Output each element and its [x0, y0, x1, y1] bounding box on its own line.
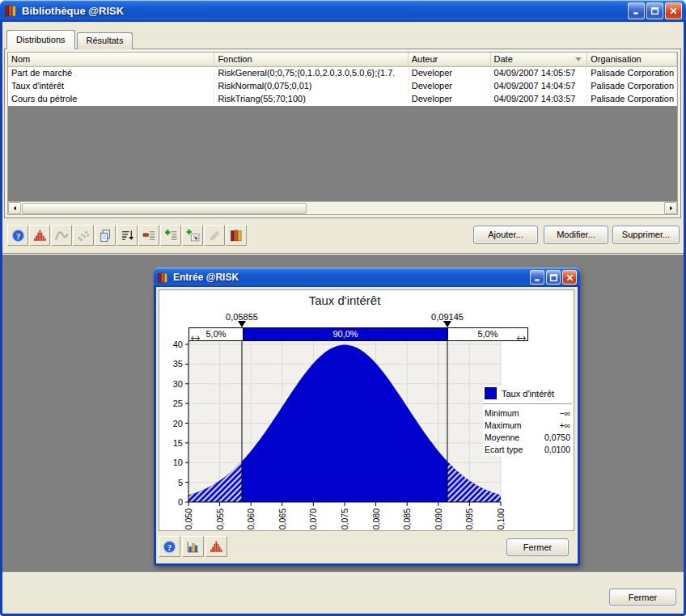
toolbar-button-chart-type[interactable]: [182, 536, 204, 557]
add-button[interactable]: Ajouter...: [473, 226, 538, 244]
cell-date: 04/09/2007 14:05:57: [491, 67, 588, 80]
scroll-left-button[interactable]: [8, 202, 21, 214]
toolbar-button-help[interactable]: ?: [159, 536, 180, 557]
bottom-bar: Fermer: [2, 572, 684, 614]
cell-organisation: Palisade Corporation: [587, 80, 677, 93]
client-area: DistributionsRésultats NomFonctionAuteur…: [2, 22, 684, 614]
x-tick-label: 0,100: [496, 508, 506, 530]
pan-handle-right[interactable]: [517, 331, 526, 338]
tab-distributions[interactable]: Distributions: [6, 30, 75, 49]
library-window: Bibliothèque @RISK DistributionsRésultat…: [0, 0, 686, 616]
modify-button[interactable]: Modifier...: [544, 226, 608, 244]
column-header-auteur[interactable]: Auteur: [409, 53, 491, 67]
y-tick-label: 15: [173, 438, 183, 448]
minimize-button[interactable]: [628, 2, 645, 19]
toolbar-button-help[interactable]: ?: [7, 225, 28, 246]
y-tick-label: 40: [173, 340, 183, 349]
svg-text:?: ?: [167, 542, 172, 551]
stat-label: Moyenne: [485, 432, 519, 444]
column-header-fonction[interactable]: Fonction: [214, 53, 408, 67]
cell-date: 04/09/2007 14:04:57: [491, 80, 588, 93]
tab-résultats[interactable]: Résultats: [77, 32, 133, 49]
main-toolbar: ? Ajouter... Modifier... Supprimer...: [2, 222, 684, 251]
help-icon: ?: [163, 540, 176, 554]
horizontal-scrollbar[interactable]: [8, 201, 677, 214]
input-window-footer: ? Fermer: [156, 534, 578, 563]
edit-icon: [208, 229, 222, 243]
input-close-button[interactable]: Fermer: [506, 538, 569, 556]
input-close-icon[interactable]: [562, 270, 577, 285]
add-to-library-icon: [186, 229, 200, 243]
toolbar-button-fit-curve: [51, 225, 72, 246]
table-row[interactable]: Taux d'intérêtRiskNormal(0,075;0,01)Deve…: [8, 80, 677, 93]
right-delimiter-marker[interactable]: [443, 321, 451, 327]
close-icon[interactable]: [665, 2, 682, 19]
stat-value: 0,0100: [544, 444, 570, 456]
input-titlebar[interactable]: Entrée @RISK: [154, 268, 580, 287]
distributions-tab-panel: NomFonctionAuteurDateOrganisation Part d…: [4, 49, 681, 218]
main-close-button[interactable]: Fermer: [609, 589, 676, 605]
copy-icon: [99, 229, 112, 243]
cell-fonction: RiskTriang(55;70;100): [214, 93, 408, 106]
toolbar-button-histogram[interactable]: [29, 225, 50, 246]
sort-descending-icon: [575, 57, 582, 61]
tab-bar: DistributionsRésultats: [6, 30, 134, 49]
series-color-swatch: [485, 387, 497, 399]
right-tail-percent: 5,0%: [448, 328, 527, 340]
table-body: Part de marchéRiskGeneral(0;0,75;{0,1.0,…: [8, 67, 677, 106]
delimiter-bar: 5,0% 90,0% 5,0%: [188, 327, 528, 341]
y-tick-label: 35: [173, 359, 183, 369]
toolbar-button-add-to-model[interactable]: [160, 225, 181, 246]
x-tick-label: 0,070: [308, 508, 318, 530]
toolbar-button-copy[interactable]: [95, 225, 116, 246]
cell-organisation: Palisade Corporation: [587, 67, 677, 80]
left-delimiter-marker[interactable]: [238, 321, 246, 327]
cell-nom: Part de marché: [8, 67, 214, 80]
middle-percent: 90,0%: [243, 328, 448, 340]
input-window-body: 05101520253035400,0500,0550,0600,0650,07…: [156, 287, 578, 563]
input-window-title: Entrée @RISK: [173, 272, 530, 283]
toolbar-button-remove-from-model[interactable]: [138, 225, 159, 246]
column-header-nom[interactable]: Nom: [8, 53, 214, 67]
cell-nom: Cours du pétrole: [8, 93, 214, 106]
toolbar-button-scatter: [73, 225, 94, 246]
input-minimize-button[interactable]: [530, 270, 544, 285]
library-app-icon: [4, 4, 18, 18]
remove-button[interactable]: Supprimer...: [612, 226, 680, 244]
x-tick-label: 0,060: [246, 508, 256, 530]
cell-fonction: RiskGeneral(0;0,75;{0,1.0,2.0,3.0,5.0,6}…: [214, 67, 408, 80]
window-title: Bibliothèque @RISK: [22, 5, 628, 17]
toolbar-button-library[interactable]: [226, 225, 247, 246]
column-header-organisation[interactable]: Organisation: [587, 53, 677, 67]
scrollbar-thumb[interactable]: [22, 203, 307, 214]
toolbar-button-add-to-library[interactable]: [182, 225, 203, 246]
x-tick-label: 0,050: [184, 508, 193, 530]
chart-title: Taux d'intérêt: [188, 293, 501, 307]
stat-value: +∞: [559, 420, 570, 432]
y-tick-label: 0: [178, 497, 183, 507]
toolbar-button-sort[interactable]: [116, 225, 138, 246]
cell-auteur: Developer: [409, 80, 491, 93]
scroll-right-button[interactable]: [664, 202, 677, 214]
library-icon: [230, 229, 243, 243]
x-tick-label: 0,065: [277, 508, 287, 530]
svg-text:?: ?: [15, 230, 20, 240]
y-tick-label: 20: [173, 419, 183, 428]
add-to-model-icon: [164, 229, 178, 243]
x-tick-label: 0,095: [464, 508, 474, 530]
library-titlebar[interactable]: Bibliothèque @RISK: [0, 0, 686, 22]
table-row[interactable]: Part de marchéRiskGeneral(0;0,75;{0,1.0,…: [8, 67, 677, 80]
toolbar-button-histogram[interactable]: [205, 536, 227, 557]
column-header-date[interactable]: Date: [491, 53, 588, 67]
input-app-icon: [157, 272, 169, 284]
maximize-button[interactable]: [646, 2, 663, 19]
cell-organisation: Palisade Corporation: [587, 93, 677, 106]
input-maximize-button[interactable]: [546, 270, 561, 285]
distributions-table: NomFonctionAuteurDateOrganisation Part d…: [7, 52, 678, 215]
table-row[interactable]: Cours du pétroleRiskTriang(55;70;100)Dev…: [8, 93, 677, 106]
cell-auteur: Developer: [409, 67, 491, 80]
legend-stat-ecart-type: Ecart type0,0100: [483, 444, 572, 456]
y-tick-label: 30: [173, 379, 183, 389]
stat-value: 0,0750: [544, 432, 570, 444]
help-icon: ?: [11, 229, 25, 243]
